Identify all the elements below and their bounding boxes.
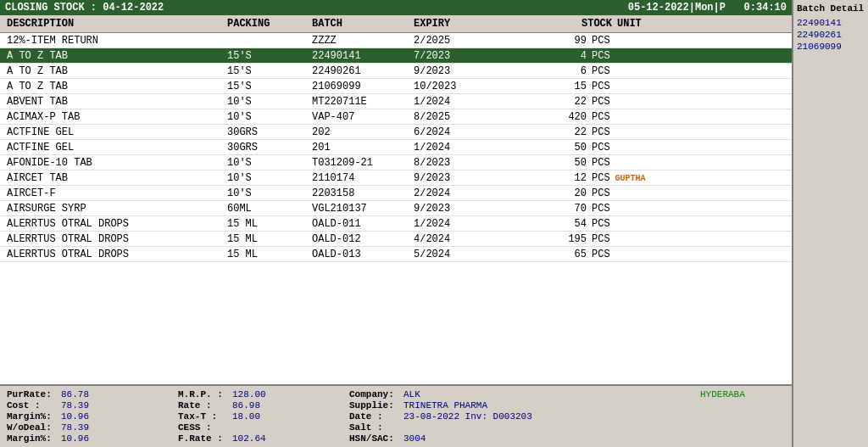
footer-label: Tax-T : (178, 411, 229, 422)
cell: 15'S (225, 81, 310, 92)
cell: PCS (590, 187, 658, 199)
closing-stock-title: CLOSING STOCK : 04-12-2022 (5, 2, 164, 14)
footer-label: M.R.P. : (178, 389, 229, 400)
cell: 6 (514, 65, 590, 77)
footer-value: 10.96 (61, 433, 89, 444)
footer-row: W/oDeal:78.39 (7, 422, 176, 433)
cell: 22 (514, 96, 590, 108)
footer-label: CESS : (178, 422, 229, 433)
cell: 54 (514, 218, 590, 230)
table-row[interactable]: 12%-ITEM RETURNZZZZ2/202599PCS (0, 33, 792, 48)
table-row[interactable]: ALERRTUS OTRAL DROPS15 MLOALD-0124/20241… (0, 232, 792, 247)
hyderaba-label: HYDERABA (700, 389, 785, 400)
cell: 22 (514, 126, 590, 138)
cell: ACIMAX-P TAB (5, 111, 225, 123)
cell: 21069099 (310, 81, 412, 92)
cell: 10'S (225, 157, 310, 169)
cell: PCS (590, 249, 658, 260)
footer-row: HSN/SAC:3004 (349, 433, 698, 444)
cell: 15 ML (225, 233, 310, 245)
cell: PCS (590, 203, 658, 215)
col-batch: BATCH (310, 18, 412, 30)
table-row[interactable]: ACIMAX-P TAB10'SVAP-4078/2025420PCS (0, 109, 792, 125)
cell: ABVENT TAB (5, 96, 225, 108)
guptha-label: GUPTHA (610, 174, 646, 183)
cell: 22490141 (310, 50, 412, 62)
cell: OALD-011 (310, 218, 412, 230)
main-container: CLOSING STOCK : 04-12-2022 05-12-2022|Mo… (0, 0, 868, 447)
table-row[interactable]: ALERRTUS OTRAL DROPS15 MLOALD-0111/20245… (0, 216, 792, 232)
cell: 1/2024 (412, 218, 514, 230)
col-unit: UNIT (615, 18, 683, 30)
footer-label: Margin%: (7, 411, 58, 422)
cell: OALD-013 (310, 249, 412, 260)
footer-row: Supplie:TRINETRA PHARMA (349, 400, 698, 411)
cell: 22490261 (310, 65, 412, 77)
cell: 50 (514, 157, 590, 169)
col-expiry: EXPIRY (412, 18, 514, 30)
cell: 2110174 (310, 172, 412, 184)
cell: 9/2023 (412, 203, 514, 215)
cell: 10'S (225, 111, 310, 123)
table-row[interactable]: A TO Z TAB15'S2106909910/202315PCS (0, 79, 792, 94)
footer-value: 3004 (403, 433, 426, 444)
cell: 5/2024 (412, 249, 514, 260)
cell: PCS (590, 50, 658, 62)
footer-value: ALK (403, 389, 420, 400)
cell: 10/2023 (412, 81, 514, 92)
cell: 70 (514, 203, 590, 215)
cell: ACTFINE GEL (5, 126, 225, 138)
cell: 2/2024 (412, 187, 514, 199)
cell: PCS (590, 218, 658, 230)
table-row[interactable]: AIRSURGE SYRP60MLVGL2101379/202370PCS (0, 201, 792, 216)
col-description: DESCRIPTION (5, 18, 225, 30)
footer-label: Rate : (178, 400, 229, 411)
table-row[interactable]: ABVENT TAB10'SMT220711E1/202422PCS (0, 94, 792, 109)
cell: 201 (310, 142, 412, 154)
footer-col1: PurRate:86.78Cost :78.39Margin%:10.96W/o… (7, 389, 176, 444)
footer-value: 18.00 (232, 411, 260, 422)
footer-label: W/oDeal: (7, 422, 58, 433)
footer-row: Cost :78.39 (7, 400, 176, 411)
table-row[interactable]: A TO Z TAB15'S224902619/20236PCS (0, 64, 792, 79)
cell: PCS (590, 111, 658, 123)
table-row[interactable]: ACTFINE GEL30GRS2026/202422PCS (0, 125, 792, 140)
footer-row: M.R.P. :128.00 (178, 389, 348, 400)
batch-item[interactable]: 22490141 (797, 17, 865, 29)
cell: AFONIDE-10 TAB (5, 157, 225, 169)
batch-item[interactable]: 21069099 (797, 41, 865, 53)
cell: 420 (514, 111, 590, 123)
table-row[interactable]: AIRCET-F10'S22031582/202420PCS (0, 186, 792, 201)
footer-value: 102.64 (232, 433, 266, 444)
table-area[interactable]: 12%-ITEM RETURNZZZZ2/202599PCSA TO Z TAB… (0, 33, 792, 384)
footer-value: 23-08-2022 Inv: D003203 (403, 411, 532, 422)
cell: 20 (514, 187, 590, 199)
cell: PCS (590, 81, 658, 92)
cell: VGL210137 (310, 203, 412, 215)
footer-value: 86.78 (61, 389, 89, 400)
table-row[interactable]: ALERRTUS OTRAL DROPS15 MLOALD-0135/20246… (0, 247, 792, 262)
footer-row: F.Rate :102.64 (178, 433, 348, 444)
cell: AIRCET TAB (5, 172, 225, 184)
footer-row: PurRate:86.78 (7, 389, 176, 400)
cell: 12 (514, 172, 590, 184)
cell: 15 (514, 81, 590, 92)
table-row[interactable]: A TO Z TAB15'S224901417/20234PCS (0, 48, 792, 64)
batch-item[interactable]: 22490261 (797, 29, 865, 41)
cell: 7/2023 (412, 50, 514, 62)
cell: PCS (590, 233, 658, 245)
footer-value: 10.96 (61, 411, 89, 422)
table-row[interactable]: AFONIDE-10 TAB10'ST031209-218/202350PCS (0, 155, 792, 170)
footer-value: 78.39 (61, 422, 89, 433)
footer-label: Margin%: (7, 433, 58, 444)
cell: 10'S (225, 172, 310, 184)
title-bar-right: 05-12-2022|Mon|P 0:34:10 (628, 2, 787, 14)
cell: AIRCET-F (5, 187, 225, 199)
cell: 15'S (225, 65, 310, 77)
table-row[interactable]: ACTFINE GEL30GRS2011/202450PCS (0, 140, 792, 155)
cell: PCS (590, 157, 658, 169)
cell: T031209-21 (310, 157, 412, 169)
cell: A TO Z TAB (5, 65, 225, 77)
table-row[interactable]: AIRCET TAB10'S21101749/202312PCS GUPTHA (0, 170, 792, 186)
cell: ALERRTUS OTRAL DROPS (5, 218, 225, 230)
